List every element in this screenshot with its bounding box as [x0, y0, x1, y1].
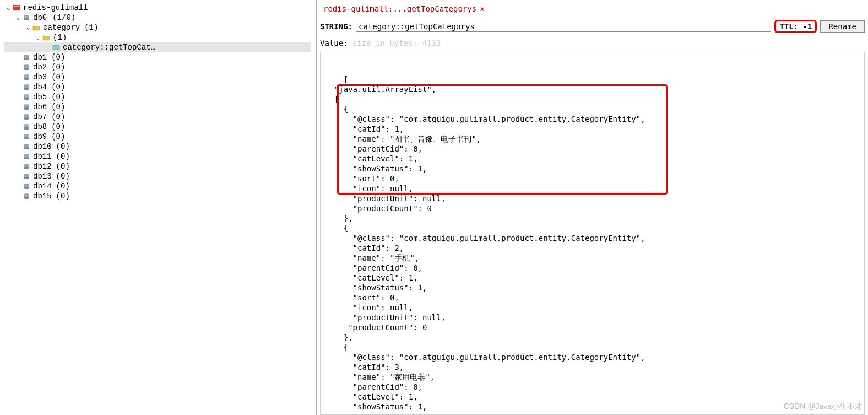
- tree-db[interactable]: db9(0): [4, 132, 311, 142]
- database-icon: [22, 73, 31, 81]
- tree-db-label: db15: [33, 191, 52, 201]
- svg-rect-1: [14, 6, 19, 7]
- ttl-box[interactable]: TTL: -1: [774, 20, 817, 33]
- watermark: CSDN @Java小生不才: [784, 402, 862, 412]
- svg-point-32: [24, 137, 29, 139]
- svg-point-4: [24, 18, 29, 20]
- tree-db-label: db4: [33, 82, 47, 92]
- database-icon: [22, 192, 31, 200]
- tree-db[interactable]: db3(0): [4, 72, 311, 82]
- key-field-row: STRING: TTL: -1 Rename: [320, 20, 865, 33]
- tree-db-count: (0): [51, 112, 65, 122]
- database-icon: [22, 83, 31, 91]
- tree-category[interactable]: ⌄ category (1): [4, 23, 311, 33]
- tree-root[interactable]: ⌄ redis-gulimall: [4, 3, 311, 13]
- json-text: [ "java.util.ArrayList", [ { "@class": "…: [325, 75, 645, 415]
- database-icon: [22, 113, 31, 121]
- tree-db[interactable]: db7(0): [4, 112, 311, 122]
- tree-db[interactable]: db2(0): [4, 62, 311, 72]
- server-icon: [12, 4, 21, 12]
- chevron-down-icon[interactable]: ⌄: [24, 24, 32, 31]
- tree-db-count: (0): [51, 132, 65, 142]
- tree-db-count: (0): [51, 52, 65, 62]
- svg-point-20: [24, 98, 29, 100]
- tree-db-label: db1: [33, 52, 47, 62]
- tree-db-label: db11: [33, 152, 52, 161]
- database-icon: [22, 53, 31, 61]
- tree-db-label: db10: [33, 142, 52, 152]
- tab-bar: redis-gulimall:...getTopCategorys ✕: [320, 2, 865, 15]
- tree-key-item[interactable]: category::getTopCat…: [4, 42, 311, 52]
- svg-point-23: [24, 107, 29, 110]
- svg-point-47: [24, 187, 29, 189]
- tree-sidebar: ⌄ redis-gulimall ⌄ db0 (1/0) ⌄ category …: [0, 0, 317, 415]
- svg-point-14: [24, 78, 29, 80]
- chevron-down-icon[interactable]: ⌄: [34, 34, 42, 41]
- tree-db[interactable]: db6(0): [4, 102, 311, 112]
- tree-db[interactable]: db4(0): [4, 82, 311, 92]
- tree-db-count: (0): [56, 171, 70, 181]
- tree-db-count: (0): [51, 102, 65, 112]
- database-icon: [22, 143, 31, 150]
- tree-db-label: db5: [33, 92, 47, 102]
- tree-db[interactable]: db10(0): [4, 142, 311, 152]
- svg-point-11: [24, 68, 29, 70]
- rename-button[interactable]: Rename: [820, 20, 865, 33]
- tree-db-label: db12: [33, 161, 52, 171]
- tree-db-label: db2: [33, 62, 47, 72]
- folder-open-icon: [32, 24, 41, 31]
- tree-db0-count: (1/0): [52, 13, 75, 23]
- close-icon[interactable]: ✕: [480, 4, 484, 13]
- chevron-down-icon[interactable]: ⌄: [4, 4, 12, 12]
- key-name-input[interactable]: [356, 21, 771, 32]
- tree-db-label: db13: [33, 171, 52, 181]
- tree-category-count: (1): [84, 23, 98, 33]
- svg-point-29: [24, 127, 29, 130]
- value-row: Value: size in bytes: 4132: [320, 39, 865, 47]
- tree-db-count: (0): [56, 142, 70, 152]
- svg-rect-0: [13, 5, 20, 10]
- svg-point-44: [24, 177, 29, 179]
- tree-db-label: db9: [33, 132, 47, 142]
- database-icon: [22, 133, 31, 141]
- svg-point-8: [24, 58, 29, 60]
- tree-db[interactable]: db13(0): [4, 171, 311, 181]
- tree-db[interactable]: db1(0): [4, 52, 311, 62]
- tree-db[interactable]: db14(0): [4, 181, 311, 191]
- svg-point-35: [24, 147, 29, 149]
- tree-category-label: category: [43, 23, 80, 33]
- tree-db[interactable]: db5(0): [4, 92, 311, 102]
- size-label: size in bytes: 4132: [352, 39, 441, 47]
- database-icon: [22, 93, 31, 101]
- tree-db-label: db14: [33, 181, 52, 191]
- database-icon: [22, 173, 31, 180]
- tree-db-count: (0): [51, 92, 65, 102]
- database-icon: [22, 103, 31, 111]
- svg-point-38: [24, 157, 29, 159]
- svg-point-17: [24, 88, 29, 90]
- chevron-down-icon[interactable]: ⌄: [14, 14, 22, 21]
- database-icon: [22, 163, 31, 170]
- tree-root-label: redis-gulimall: [23, 3, 88, 13]
- tab-key[interactable]: redis-gulimall:...getTopCategorys ✕: [320, 3, 488, 14]
- svg-point-41: [24, 167, 29, 169]
- tree-db[interactable]: db11(0): [4, 152, 311, 161]
- svg-rect-5: [53, 45, 59, 50]
- tree-db[interactable]: db8(0): [4, 122, 311, 132]
- tree-db-label: db8: [33, 122, 47, 132]
- tree-db0[interactable]: ⌄ db0 (1/0): [4, 13, 311, 23]
- database-icon: [22, 182, 31, 190]
- tree-db-count: (0): [56, 152, 70, 161]
- tree-db-label: db3: [33, 72, 47, 82]
- tree-folder-1[interactable]: ⌄ (1): [4, 33, 311, 42]
- tree-db0-label: db0: [33, 13, 47, 23]
- tree-db[interactable]: db15(0): [4, 191, 311, 201]
- main-panel: redis-gulimall:...getTopCategorys ✕ STRI…: [317, 0, 868, 415]
- database-icon: [22, 153, 31, 160]
- tree-db-label: db7: [33, 112, 47, 122]
- tree-db-count: (0): [56, 181, 70, 191]
- tree-db[interactable]: db12(0): [4, 161, 311, 171]
- value-content[interactable]: [ "java.util.ArrayList", [ { "@class": "…: [320, 52, 865, 415]
- svg-point-50: [24, 197, 29, 199]
- tree-folder1-label: (1): [53, 33, 67, 42]
